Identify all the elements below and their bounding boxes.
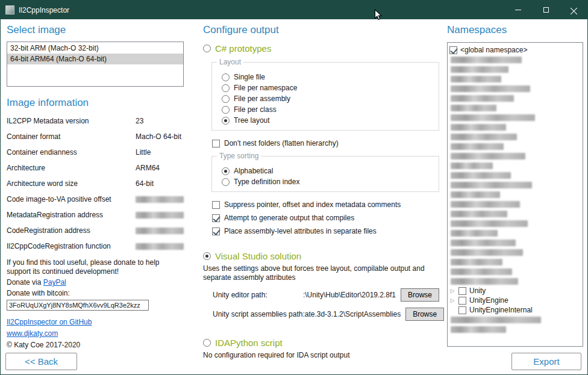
checkbox-icon-checked (449, 46, 457, 54)
radio-icon (222, 95, 230, 103)
namespace-item-redacted[interactable] (449, 132, 581, 141)
namespace-item-redacted[interactable] (449, 161, 581, 170)
namespaces-tree[interactable]: <global namespace> (447, 42, 583, 347)
checkbox-icon (458, 297, 466, 305)
browse-editor-button[interactable]: Browse (401, 288, 439, 302)
info-value: Little (136, 148, 184, 157)
namespace-item-redacted[interactable] (449, 209, 581, 218)
namespace-item-global[interactable]: <global namespace> (449, 45, 581, 55)
namespace-item-redacted[interactable] (449, 180, 581, 190)
namespace-item-unityengine[interactable]: ▷ UnityEngine (449, 296, 581, 305)
checkbox-icon (212, 201, 220, 209)
layout-option-file-per-namespace[interactable]: File per namespace (222, 82, 433, 93)
namespace-item-redacted[interactable] (449, 267, 581, 276)
list-item-selected[interactable]: 64-bit ARM64 (Mach-O 64-bit) (7, 54, 183, 64)
namespace-item-redacted[interactable] (449, 247, 581, 257)
layout-groupbox: Layout Single file File per namespace Fi… (211, 62, 439, 131)
namespace-item-redacted[interactable] (449, 199, 581, 209)
option-label: Single file (234, 73, 265, 81)
table-row: IL2CPP Metadata version 23 (7, 113, 184, 129)
list-item[interactable]: 32-bit ARM (Mach-O 32-bit) (7, 43, 183, 54)
visual-studio-solution-radio[interactable]: Visual Studio solution (203, 251, 440, 261)
suppress-metadata-comments-checkbox[interactable]: Suppress pointer, offset and index metad… (212, 200, 440, 209)
back-button[interactable]: << Back (5, 353, 77, 370)
namespace-item-redacted[interactable] (449, 228, 581, 238)
expander-icon[interactable]: ▷ (449, 297, 455, 303)
github-link[interactable]: Il2CppInspector on GitHub (7, 318, 92, 326)
redacted-text (451, 57, 522, 63)
layout-option-file-per-assembly[interactable]: File per assembly (222, 93, 433, 104)
csharp-prototypes-radio[interactable]: C# prototypes (203, 43, 440, 54)
namespace-item-redacted[interactable] (449, 324, 581, 334)
export-button[interactable]: Export (511, 353, 581, 370)
redacted-text (451, 201, 520, 208)
namespace-item-redacted[interactable] (449, 55, 581, 64)
unity-script-path-value[interactable]: ate.3d-3.1.2\ScriptAssemblies (305, 310, 401, 318)
redacted-text (451, 163, 493, 169)
checkbox-icon (458, 287, 466, 295)
namespace-label: UnityEngineInternal (469, 306, 533, 314)
minimize-button[interactable] (504, 1, 532, 19)
website-link[interactable]: www.djkaty.com (7, 329, 58, 338)
namespace-item-unity[interactable]: ▷ Unity (449, 286, 581, 296)
redacted-text (451, 326, 506, 333)
title-bar[interactable]: Il2CppInspector (1, 1, 587, 19)
table-row: Architecture word size 64-bit (7, 176, 184, 191)
radio-icon (203, 45, 211, 52)
configure-output-panel: Configure output C# prototypes Layout Si… (203, 24, 440, 360)
donate-message: If you find this tool useful, please don… (7, 258, 175, 276)
namespace-item-redacted[interactable] (449, 170, 581, 180)
namespace-item-redacted[interactable] (449, 276, 581, 286)
redacted-text (451, 191, 500, 198)
namespace-item-redacted[interactable] (449, 238, 581, 247)
browse-script-assemblies-button[interactable]: Browse (405, 308, 444, 321)
redacted-value (136, 228, 184, 234)
layout-option-file-per-class[interactable]: File per class (222, 104, 433, 115)
namespace-label: UnityEngine (469, 296, 508, 305)
namespace-item-redacted[interactable] (449, 218, 581, 228)
namespace-item-redacted[interactable] (449, 122, 581, 132)
compilable-output-checkbox[interactable]: Attempt to generate output that compiles (212, 214, 440, 222)
namespace-item-redacted[interactable] (449, 190, 581, 199)
redacted-text (451, 317, 541, 323)
redacted-text (451, 85, 530, 92)
namespace-item-redacted[interactable] (449, 84, 581, 93)
unity-editor-path-label: Unity editor path: (213, 291, 267, 299)
info-value: Mach-O 64-bit (136, 132, 184, 141)
separate-attribute-files-checkbox[interactable]: Place assembly-level attributes in separ… (212, 227, 440, 235)
namespace-item-redacted[interactable] (449, 141, 581, 151)
layout-group-label: Layout (217, 58, 243, 66)
redacted-text (451, 172, 511, 179)
namespace-item-redacted[interactable] (449, 93, 581, 103)
image-listbox[interactable]: 32-bit ARM (Mach-O 32-bit) 64-bit ARM64 … (7, 42, 184, 87)
vs-description: Uses the settings above but forces tree … (203, 264, 434, 282)
flatten-hierarchy-checkbox[interactable]: Don't nest folders (flatten hierarchy) (212, 139, 440, 147)
layout-option-single-file[interactable]: Single file (222, 72, 433, 82)
redacted-text (451, 278, 518, 285)
idapython-script-radio[interactable]: IDAPython script (203, 338, 440, 348)
namespace-item-redacted[interactable] (449, 113, 581, 122)
namespace-item-redacted[interactable] (449, 315, 581, 324)
expander-icon[interactable]: ▷ (449, 288, 455, 294)
unity-script-path-row: Unity script assemblies path: ate.3d-3.1… (213, 308, 439, 321)
close-icon (571, 7, 577, 13)
maximize-button[interactable] (532, 1, 560, 19)
sorting-option-type-definition-index[interactable]: Type definition index (222, 176, 433, 187)
namespaces-panel: Namespaces <global namespace> (447, 24, 583, 347)
namespace-item-redacted[interactable] (449, 74, 581, 84)
namespace-item-redacted[interactable] (449, 64, 581, 74)
image-information-heading: Image information (7, 97, 184, 109)
layout-option-tree-layout[interactable]: Tree layout (222, 115, 433, 126)
unity-editor-path-value[interactable]: :\Unity\Hub\Editor\2019.2.8f1 (303, 291, 396, 299)
sorting-option-alphabetical[interactable]: Alphabetical (222, 166, 433, 176)
namespace-item-redacted[interactable] (449, 103, 581, 113)
namespace-label: Unity (469, 287, 486, 295)
close-button[interactable] (560, 1, 587, 19)
bitcoin-address-input[interactable] (7, 300, 149, 311)
window-title: Il2CppInspector (19, 6, 69, 14)
namespace-item-redacted[interactable] (449, 257, 581, 267)
option-label: Alphabetical (234, 167, 273, 175)
namespace-item-redacted[interactable] (449, 151, 581, 161)
paypal-link[interactable]: PayPal (43, 278, 66, 287)
namespace-item-unityengineinternal[interactable]: UnityEngineInternal (449, 305, 581, 315)
